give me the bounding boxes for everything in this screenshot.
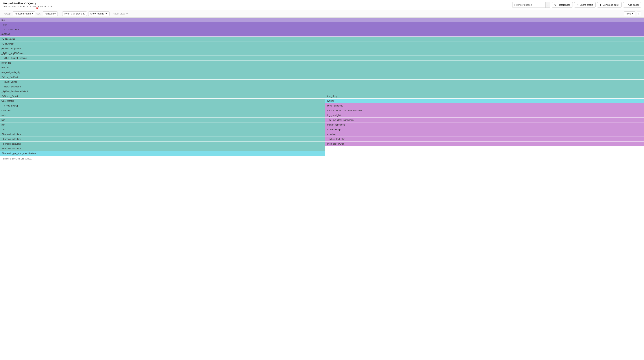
flame-cell-label: 0x27249 (2, 32, 10, 37)
flame-cell[interactable]: main (0, 113, 325, 118)
flame-cell[interactable]: clock_nanosleep (325, 103, 644, 108)
flame-row[interactable]: _PyEval_EvalFrameDefault (0, 89, 644, 94)
flame-row[interactable]: _PyRun_SimpleFileObject (0, 56, 644, 61)
flame-cell-label: pysleep (327, 99, 334, 103)
flame-cell[interactable]: <module> (0, 108, 325, 113)
flame-row[interactable]: run_mod (0, 65, 644, 70)
flame-cell[interactable]: type_getattro (0, 99, 325, 103)
flame-cell[interactable]: finish_task_switch (325, 142, 644, 146)
flame-row[interactable]: Fibonacci::_get_from_memoization (0, 151, 644, 156)
share-profile-button[interactable]: ↗ Share profile (574, 2, 596, 8)
invert-call-stack-button[interactable]: Invert Call Stack ⇅ (62, 11, 87, 16)
function-dropdown[interactable]: Function ▾ (43, 11, 58, 16)
flame-cell-label: __libc_start_main (2, 27, 19, 32)
flame-cell[interactable]: PyObject_GetAttr (0, 94, 325, 98)
flame-cell-label: hrtimer_nanosleep (327, 122, 345, 127)
flame-cell[interactable]: __libc_start_main (0, 27, 644, 32)
flame-row[interactable]: foodo_nanosleep (0, 127, 644, 132)
flame-cell[interactable]: run_eval_code_obj (0, 70, 644, 75)
icicle-dropdown[interactable]: Icicle ▾ (624, 11, 636, 16)
flame-cell[interactable]: _PyRun_SimpleFileObject (0, 56, 644, 60)
flame-cell[interactable]: _PyEval_EvalFrameDefault (0, 89, 644, 94)
flame-cell[interactable]: run_mod (0, 65, 644, 70)
flame-cell[interactable]: Fibonacci::calculate (0, 142, 325, 146)
filter-input[interactable] (512, 3, 546, 7)
flame-row[interactable]: baz__se_sys_clock_nanosleep (0, 118, 644, 122)
flame-row[interactable]: Fibonacci::calculate (0, 146, 644, 151)
reset-view-button[interactable]: Reset View ↺ (111, 12, 130, 16)
flame-cell[interactable]: _PyEval_Vector (0, 80, 644, 84)
flame-cell-label: run_eval_code_obj (2, 70, 20, 75)
flame-cell-label: _PyRun_SimpleFileObject (2, 56, 27, 60)
flame-cell[interactable]: _PyEval_EvalFrame (0, 84, 644, 89)
info-button[interactable]: ℹ (637, 12, 641, 16)
filter-input-wrapper[interactable]: › (512, 2, 550, 8)
flame-row[interactable]: 0x27249 (0, 32, 644, 37)
flame-cell[interactable]: _start (0, 22, 644, 27)
flame-row[interactable]: Py_BytesMain (0, 37, 644, 42)
flame-row[interactable]: <module>entry_SYSCALL_64_after_hwframe (0, 108, 644, 113)
flame-cell[interactable]: Fibonacci::_get_from_memoization (0, 151, 325, 156)
flame-cell[interactable]: pysleep (325, 99, 644, 103)
flame-cell[interactable]: hrtimer_nanosleep (325, 122, 644, 127)
flame-cell[interactable]: foo (0, 127, 325, 132)
flame-row[interactable]: Fibonacci::calculatefinish_task_switch (0, 142, 644, 146)
flame-row[interactable]: barhrtimer_nanosleep (0, 122, 644, 127)
flame-cell[interactable]: time_sleep (325, 94, 644, 98)
flame-cell-label: Fibonacci::calculate (2, 137, 21, 141)
flame-row[interactable]: type_getattropysleep (0, 99, 644, 103)
flame-row[interactable]: _PyType_Lookupclock_nanosleep (0, 103, 644, 108)
flame-row[interactable]: root (0, 18, 644, 22)
flame-row[interactable]: _PyRun_AnyFileObject (0, 51, 644, 56)
add-icon: + (626, 4, 627, 6)
flame-cell[interactable]: pymain_run_python (0, 46, 644, 51)
flame-row[interactable]: PyEval_EvalCode (0, 75, 644, 80)
download-pprof-button[interactable]: ⬇ Download pprof (597, 2, 622, 8)
flame-cell[interactable]: PyEval_EvalCode (0, 75, 644, 79)
flame-row[interactable]: Fibonacci::calculateschedule (0, 132, 644, 137)
flame-cell[interactable]: do_nanosleep (325, 127, 644, 132)
flame-cell-label: _PyRun_AnyFileObject (2, 51, 24, 56)
flame-cell[interactable]: __sched_text_start (325, 137, 644, 141)
function-name-dropdown[interactable]: Function Name ▾ (13, 11, 35, 16)
flame-row[interactable]: pymain_run_python (0, 46, 644, 51)
flame-cell[interactable]: bar (0, 122, 325, 127)
flame-row[interactable]: __libc_start_main (0, 27, 644, 32)
flame-row[interactable]: _PyEval_Vector (0, 80, 644, 84)
flame-row[interactable]: Py_RunMain (0, 42, 644, 46)
header-actions: › ⚙ Preferences ↗ Share profile ⬇ Downlo… (512, 2, 641, 8)
flame-row[interactable]: run_eval_code_obj (0, 70, 644, 75)
flame-cell[interactable]: 0x27249 (0, 32, 644, 37)
filter-submit-button[interactable]: › (546, 3, 550, 8)
chevron-down-icon: ▾ (32, 12, 33, 15)
flame-cell-label: Fibonacci::calculate (2, 142, 21, 146)
flame-cell[interactable]: root (0, 18, 644, 22)
flame-cell[interactable]: baz (0, 118, 325, 122)
flame-cell[interactable]: _PyType_Lookup (0, 103, 325, 108)
flame-cell-label: type_getattro (2, 99, 14, 103)
flame-row[interactable]: maindo_syscall_64 (0, 113, 644, 118)
flame-cell-label: entry_SYSCALL_64_after_hwframe (327, 108, 362, 113)
flame-cell[interactable]: _PyRun_AnyFileObject (0, 51, 644, 56)
add-panel-button[interactable]: + Add panel (623, 2, 641, 8)
flame-cell[interactable]: do_syscall_64 (325, 113, 644, 118)
flame-cell[interactable]: Fibonacci::calculate (0, 137, 325, 141)
flame-row[interactable]: pyrun_file (0, 61, 644, 65)
flame-cell-label: foo (2, 127, 4, 132)
flame-cell[interactable]: Fibonacci::calculate (0, 132, 325, 137)
flame-cell[interactable]: entry_SYSCALL_64_after_hwframe (325, 108, 644, 113)
flame-cell[interactable]: pyrun_file (0, 61, 644, 65)
flame-cell[interactable]: Fibonacci::calculate (0, 146, 325, 151)
flame-row[interactable]: Fibonacci::calculate__sched_text_start (0, 137, 644, 142)
flame-row[interactable]: _PyEval_EvalFrame (0, 84, 644, 89)
flame-cell[interactable]: Py_RunMain (0, 42, 644, 46)
add-panel-label: Add panel (628, 4, 639, 6)
flame-cell[interactable]: __se_sys_clock_nanosleep (325, 118, 644, 122)
show-legend-button[interactable]: Show legend 👁 (88, 11, 110, 16)
flame-cell[interactable]: schedule (325, 132, 644, 137)
invert-icon: ⇅ (83, 12, 85, 15)
preferences-button[interactable]: ⚙ Preferences (552, 2, 573, 8)
flame-cell[interactable]: Py_BytesMain (0, 37, 644, 41)
flame-row[interactable]: PyObject_GetAttrtime_sleep (0, 94, 644, 99)
flame-row[interactable]: _start (0, 22, 644, 27)
